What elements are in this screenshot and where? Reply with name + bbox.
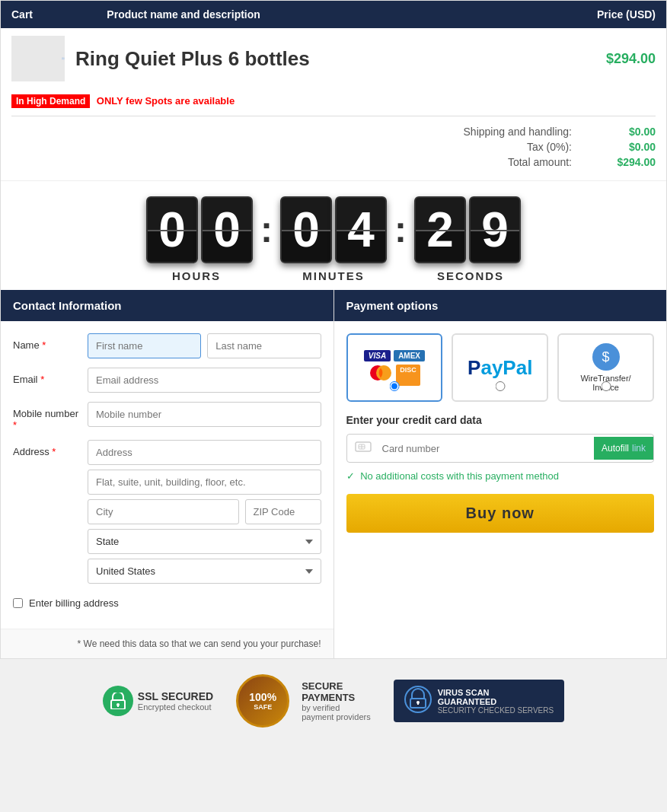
country-select[interactable]: United States xyxy=(88,559,321,584)
ssl-sub-text: Encrypted checkout xyxy=(138,702,213,712)
virus-lock-icon xyxy=(404,686,432,716)
svg-rect-2 xyxy=(62,58,63,59)
address2-input[interactable] xyxy=(88,470,321,495)
payment-method-wire[interactable]: $ WireTransfer/Invoice xyxy=(557,333,654,402)
secure-providers-text: payment providers xyxy=(302,712,371,721)
note-row: * We need this data so that we can send … xyxy=(1,629,334,658)
seconds-label: SECONDS xyxy=(437,269,504,282)
name-row: Name * xyxy=(13,333,321,358)
email-input[interactable] xyxy=(88,368,321,393)
mobile-label: Mobile number * xyxy=(13,402,81,431)
card-number-input[interactable] xyxy=(379,437,594,460)
secure-safe: SAFE xyxy=(254,703,272,711)
product-price: $294.00 xyxy=(606,51,656,67)
colon-2: : xyxy=(394,212,407,248)
zip-input[interactable] xyxy=(245,499,321,524)
address-block: State United States xyxy=(88,440,321,588)
cart-details: Shipping and handling: $0.00 Tax (0%): $… xyxy=(1,119,666,180)
shipping-row: Shipping and handling: $0.00 xyxy=(11,124,656,139)
payment-method-card[interactable]: VISA AMEX DISC xyxy=(346,333,443,402)
email-inputs xyxy=(88,368,321,393)
payment-section: Payment options VISA AMEX xyxy=(334,290,667,658)
product-name: Ring Quiet Plus 6 bottles xyxy=(75,47,310,71)
virus-badge: VIRUS SCAN GUARANTEED SECURITY CHECKED S… xyxy=(394,680,564,722)
cart-product-row: Ring Quiet Plus 6 bottles $294.00 xyxy=(1,28,666,89)
paypal-radio[interactable] xyxy=(495,381,505,391)
svg-rect-4 xyxy=(63,58,64,59)
cart-header-price: Price (USD) xyxy=(487,1,666,28)
cart-header-product: Product name and description xyxy=(96,1,487,28)
secure-label-block: SECURE PAYMENTS by verified payment prov… xyxy=(302,680,371,721)
card-section-title: Enter your credit card data xyxy=(346,414,655,426)
payment-methods: VISA AMEX DISC xyxy=(346,333,655,402)
second-tens: 2 xyxy=(414,196,466,263)
secure-payments-sub: PAYMENTS xyxy=(302,692,371,703)
card-chip-icon xyxy=(347,435,379,462)
autofill-link-text: link xyxy=(632,443,646,454)
secure-by-text: by verified xyxy=(302,703,371,712)
wire-icon: $ xyxy=(592,343,620,371)
state-select[interactable]: State xyxy=(88,529,321,554)
virus-main-text: VIRUS SCAN xyxy=(438,688,554,697)
payment-method-paypal[interactable]: P ayPal xyxy=(452,333,548,402)
card-radio[interactable] xyxy=(389,381,399,391)
ssl-text-block: SSL SECURED Encrypted checkout xyxy=(138,690,213,712)
amex-logo: AMEX xyxy=(394,350,425,361)
hour-ones: 0 xyxy=(201,196,253,263)
svg-rect-5 xyxy=(64,58,65,59)
billing-row: Enter billing address xyxy=(13,597,321,609)
timer-display: 0 0 : 0 4 : 2 9 xyxy=(1,196,666,263)
contact-section: Contact Information Name * Email * xyxy=(1,290,334,658)
colon-1: : xyxy=(260,212,273,248)
billing-checkbox[interactable] xyxy=(13,598,23,608)
minutes-label: MINUTES xyxy=(302,269,365,282)
timer-labels: HOURS MINUTES SECONDS xyxy=(1,269,666,282)
secure-payments-badge: 100% SAFE SECURE PAYMENTS by verified pa… xyxy=(236,674,371,728)
payment-header: Payment options xyxy=(334,290,667,321)
wire-radio[interactable] xyxy=(601,381,611,391)
second-ones: 9 xyxy=(469,196,521,263)
in-demand-badge: In High Demand xyxy=(11,94,90,108)
svg-rect-3 xyxy=(63,58,64,59)
minutes-digits: 0 4 xyxy=(280,196,387,263)
autofill-label: Autofill xyxy=(602,443,629,454)
email-label: Email * xyxy=(13,368,81,385)
virus-sub-text: SECURITY CHECKED SERVERS xyxy=(438,706,554,715)
name-inputs xyxy=(88,333,321,358)
demand-text: ONLY few Spots are available xyxy=(97,95,235,107)
total-value: $294.00 xyxy=(602,156,656,168)
hours-digits: 0 0 xyxy=(146,196,253,263)
cart-table: Cart Product name and description Price … xyxy=(1,1,666,28)
hours-label: HOURS xyxy=(172,269,221,282)
autofill-button[interactable]: Autofill link xyxy=(594,437,653,460)
minute-ones: 4 xyxy=(335,196,387,263)
svg-rect-1 xyxy=(62,58,62,59)
visa-logo: VISA xyxy=(364,350,391,361)
note-text: * We need this data so that we can send … xyxy=(78,638,321,649)
tax-row: Tax (0%): $0.00 xyxy=(11,139,656,154)
footer-badges: SSL SECURED Encrypted checkout 100% SAFE… xyxy=(0,659,667,743)
tax-value: $0.00 xyxy=(602,141,656,153)
last-name-input[interactable] xyxy=(207,333,321,358)
checkmark-icon: ✓ xyxy=(346,470,355,482)
shipping-value: $0.00 xyxy=(602,126,656,138)
billing-label[interactable]: Enter billing address xyxy=(29,597,119,609)
ssl-icon xyxy=(103,686,133,716)
email-row: Email * xyxy=(13,368,321,393)
first-name-input[interactable] xyxy=(88,333,201,358)
virus-text-block: VIRUS SCAN GUARANTEED SECURITY CHECKED S… xyxy=(438,688,554,715)
ssl-badge: SSL SECURED Encrypted checkout xyxy=(103,686,213,716)
city-input[interactable] xyxy=(88,499,239,524)
buy-now-button[interactable]: Buy now xyxy=(346,494,655,533)
card-data-section: Enter your credit card data xyxy=(346,414,655,533)
form-area: Contact Information Name * Email * xyxy=(1,290,666,658)
demand-row: In High Demand ONLY few Spots are availa… xyxy=(1,89,666,113)
address-label: Address * xyxy=(13,440,81,457)
name-label: Name * xyxy=(13,333,81,351)
mobile-input[interactable] xyxy=(88,402,321,427)
address-input[interactable] xyxy=(88,440,321,465)
tax-label: Tax (0%): xyxy=(527,141,572,153)
contact-header: Contact Information xyxy=(1,290,334,321)
ssl-main-text: SSL SECURED xyxy=(138,690,213,702)
no-cost-text: ✓ No additional costs with this payment … xyxy=(346,470,655,482)
